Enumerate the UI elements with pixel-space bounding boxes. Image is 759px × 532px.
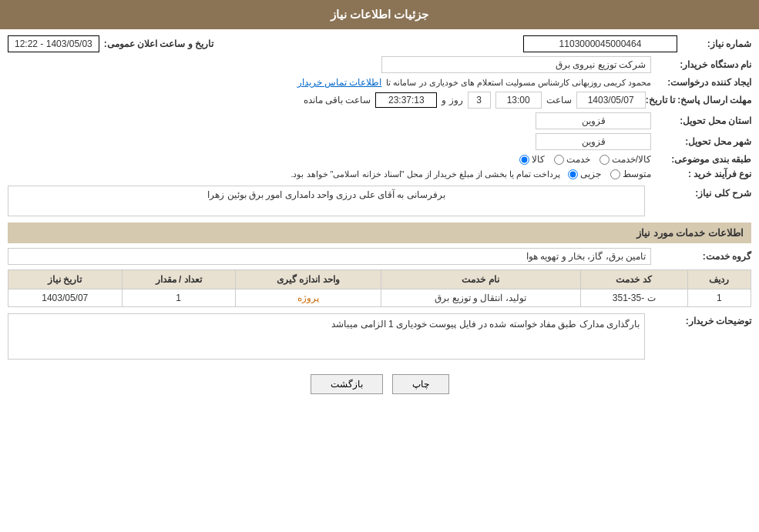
main-content: شماره نیاز: 1103000045000464 تاریخ و ساع… (0, 35, 759, 394)
col-row: ردیف (687, 270, 751, 289)
category-option-kala-khedmat[interactable]: کالا/خدمت (599, 154, 651, 165)
requester-org-label: نام دستگاه خریدار: (651, 59, 751, 70)
deadline-remaining: 23:37:13 (375, 92, 437, 108)
requester-org-value: شرکت توزیع نیروی برق (381, 56, 651, 73)
purchase-type-notice: پرداخت تمام یا بخشی از مبلغ خریدار از مح… (291, 169, 560, 179)
province-value: قزوین (536, 112, 651, 129)
deadline-label: مهلت ارسال پاسخ: تا تاریخ: (646, 95, 751, 105)
cell-date: 1403/05/07 (8, 289, 123, 307)
deadline-time-label: ساعت (546, 95, 572, 105)
services-section-header: اطلاعات خدمات مورد نیاز (8, 223, 751, 243)
cell-name: تولید، انتقال و توزیع برق (381, 289, 580, 307)
city-label: شهر محل تحویل: (651, 136, 751, 147)
category-option-khedmat[interactable]: خدمت (554, 154, 590, 165)
creator-value: محمود کریمی روزبهانی کارشناس مسولیت استع… (386, 78, 651, 88)
announcement-date-value: 1403/05/03 - 12:22 (8, 35, 99, 52)
print-button[interactable]: چاپ (392, 374, 449, 394)
deadline-time: 13:00 (495, 92, 542, 109)
col-unit: واحد اندازه گیری (235, 270, 381, 289)
table-row: 1 ت -35-351 تولید، انتقال و توزیع برق پر… (8, 289, 751, 307)
city-value: قزوین (536, 133, 651, 150)
purchase-type-radio-group: متوسط جزیی (568, 169, 651, 179)
deadline-day-label: روز و (442, 95, 462, 105)
purchase-type-jozii[interactable]: جزیی (568, 169, 601, 179)
deadline-days: 3 (468, 92, 491, 109)
purchase-type-label: نوع فرآیند خرید : (651, 169, 751, 179)
province-label: استان محل تحویل: (651, 115, 751, 126)
need-description-label: شرح کلی نیاز: (651, 186, 751, 199)
buyer-desc-value: بارگذاری مدارک طبق مفاد خواسته شده در فا… (8, 313, 645, 360)
need-number-label: شماره نیاز: (682, 38, 751, 49)
need-description-value: برفرسانی به آقای علی درزی واحد دامداری ا… (8, 186, 645, 216)
cell-count: 1 (122, 289, 235, 307)
page-header: جزئیات اطلاعات نیاز (0, 0, 759, 29)
announcement-date-label: تاریخ و ساعت اعلان عمومی: (104, 38, 213, 49)
deadline-remaining-label: ساعت باقی مانده (304, 95, 371, 105)
creator-label: ایجاد کننده درخواست: (651, 77, 751, 88)
col-date: تاریخ نیاز (8, 270, 123, 289)
col-code: کد خدمت (580, 270, 687, 289)
page-wrapper: جزئیات اطلاعات نیاز شماره نیاز: 11030000… (0, 0, 759, 532)
buyer-desc-label: توضیحات خریدار: (651, 313, 751, 326)
services-table: ردیف کد خدمت نام خدمت واحد اندازه گیری ت… (8, 269, 751, 307)
purchase-type-motavaset[interactable]: متوسط (610, 169, 651, 179)
col-name: نام خدمت (381, 270, 580, 289)
creator-contact-link[interactable]: اطلاعات تماس خریدار (297, 77, 382, 88)
page-title: جزئیات اطلاعات نیاز (331, 8, 428, 21)
deadline-date: 1403/05/07 (576, 92, 646, 109)
back-button[interactable]: بازگشت (311, 374, 383, 394)
cell-row: 1 (687, 289, 751, 307)
cell-unit: پروژه (235, 289, 381, 307)
category-option-kala[interactable]: کالا (519, 154, 545, 165)
category-radio-group: کالا/خدمت خدمت کالا (519, 154, 651, 165)
service-group-label: گروه خدمت: (651, 251, 751, 262)
announcement-date-row: تاریخ و ساعت اعلان عمومی: 1403/05/03 - 1… (8, 35, 213, 52)
need-number-row: شماره نیاز: 1103000045000464 (523, 35, 751, 52)
cell-code: ت -35-351 (580, 289, 687, 307)
need-number-value: 1103000045000464 (523, 35, 677, 52)
col-count: تعداد / مقدار (122, 270, 235, 289)
category-label: طبقه بندی موضوعی: (651, 154, 751, 165)
service-group-value: تامین برق، گاز، بخار و تهویه هوا (8, 248, 651, 265)
bottom-buttons: چاپ بازگشت (8, 374, 751, 394)
